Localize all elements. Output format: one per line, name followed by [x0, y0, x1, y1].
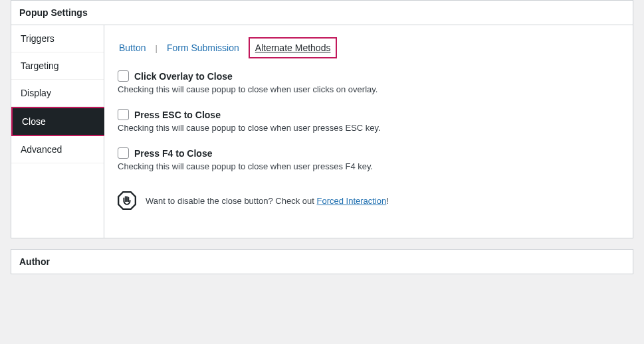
popup-settings-panel: Popup Settings Triggers Targeting Displa…	[11, 0, 633, 238]
option-click-overlay: Click Overlay to Close Checking this wil…	[118, 70, 619, 94]
option-desc: Checking this will cause popup to close …	[118, 161, 619, 171]
option-press-esc: Press ESC to Close Checking this will ca…	[118, 109, 619, 133]
info-row: Want to disable the close button? Check …	[118, 191, 619, 210]
sidebar-item-targeting[interactable]: Targeting	[11, 52, 104, 80]
sidebar-item-triggers[interactable]: Triggers	[11, 25, 104, 52]
option-head: Press ESC to Close	[118, 109, 619, 120]
option-title: Press F4 to Close	[134, 148, 213, 159]
info-pre: Want to disable the close button? Check …	[146, 196, 317, 206]
author-title: Author	[11, 250, 633, 274]
sidebar-item-display[interactable]: Display	[11, 80, 104, 107]
option-head: Click Overlay to Close	[118, 70, 619, 82]
option-head: Press F4 to Close	[118, 147, 619, 159]
option-title: Click Overlay to Close	[134, 71, 233, 82]
option-title: Press ESC to Close	[134, 110, 221, 120]
sidebar-item-advanced[interactable]: Advanced	[11, 136, 104, 163]
close-tabs: Button | Form Submission Alternate Metho…	[118, 37, 619, 58]
info-text: Want to disable the close button? Check …	[146, 196, 389, 206]
checkbox-press-esc[interactable]	[118, 109, 129, 120]
checkbox-click-overlay[interactable]	[118, 70, 129, 82]
tab-form-submission[interactable]: Form Submission	[165, 40, 241, 56]
panel-body: Triggers Targeting Display Close Advance…	[11, 25, 633, 238]
settings-sidebar: Triggers Targeting Display Close Advance…	[11, 25, 104, 238]
settings-main: Button | Form Submission Alternate Metho…	[104, 25, 633, 238]
info-post: !	[386, 196, 389, 206]
option-desc: Checking this will cause popup to close …	[118, 123, 619, 133]
checkbox-press-f4[interactable]	[118, 147, 129, 159]
tab-button[interactable]: Button	[118, 40, 147, 56]
stop-hand-icon	[118, 191, 136, 210]
author-panel: Author	[11, 249, 633, 274]
sidebar-item-close[interactable]: Close	[11, 107, 104, 136]
tab-separator: |	[155, 43, 157, 53]
forced-interaction-link[interactable]: Forced Interaction	[317, 196, 387, 206]
option-desc: Checking this will cause popup to close …	[118, 84, 619, 94]
panel-title: Popup Settings	[11, 1, 633, 25]
option-press-f4: Press F4 to Close Checking this will cau…	[118, 147, 619, 171]
tab-alternate-methods[interactable]: Alternate Methods	[249, 37, 338, 58]
